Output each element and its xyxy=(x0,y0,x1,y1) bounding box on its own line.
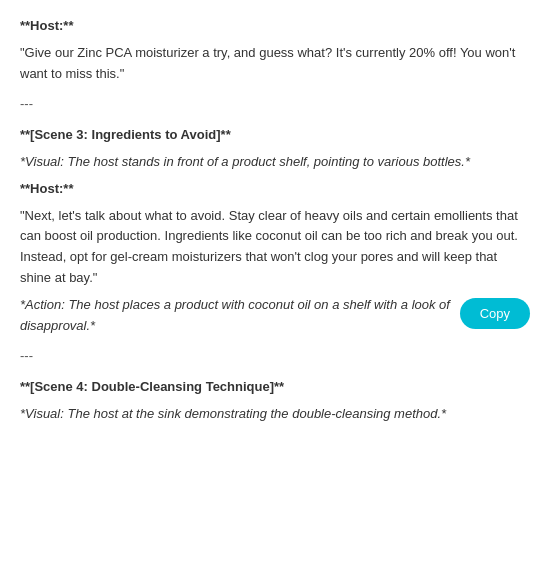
copy-button[interactable]: Copy xyxy=(460,298,530,329)
host-quote-2: "Next, let's talk about what to avoid. S… xyxy=(20,206,526,289)
host-label-2: **Host:** xyxy=(20,179,526,200)
divider-1: --- xyxy=(20,94,526,115)
scene3-visual: *Visual: The host stands in front of a p… xyxy=(20,152,526,173)
content-area: **Host:** "Give our Zinc PCA moisturizer… xyxy=(0,0,546,447)
scene3-heading: **[Scene 3: Ingredients to Avoid]** xyxy=(20,125,526,146)
action-text: *Action: The host places a product with … xyxy=(20,295,526,337)
scene4-visual: *Visual: The host at the sink demonstrat… xyxy=(20,404,526,425)
divider-2: --- xyxy=(20,346,526,367)
host-label-1: **Host:** xyxy=(20,16,526,37)
host-quote-1: "Give our Zinc PCA moisturizer a try, an… xyxy=(20,43,526,85)
scene4-heading: **[Scene 4: Double-Cleansing Technique]*… xyxy=(20,377,526,398)
